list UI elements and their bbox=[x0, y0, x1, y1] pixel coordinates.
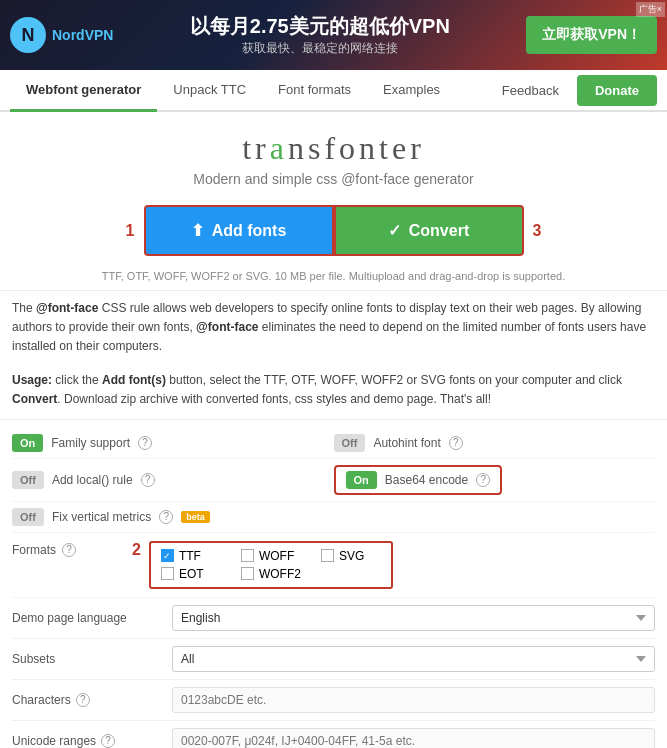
settings-row-3: Off Fix vertical metrics ? beta bbox=[12, 502, 655, 533]
subsets-value: All Latin Cyrillic bbox=[172, 646, 655, 672]
base64-on: On bbox=[346, 471, 377, 489]
nord-logo: N NordVPN bbox=[10, 17, 113, 53]
unicode-ranges-value bbox=[172, 728, 655, 748]
checkbox-woff2[interactable] bbox=[241, 567, 254, 580]
nav-item-examples[interactable]: Examples bbox=[367, 70, 456, 112]
format-svg-label: SVG bbox=[339, 549, 364, 563]
action-label-1: 1 bbox=[126, 222, 135, 240]
characters-input[interactable] bbox=[172, 687, 655, 713]
settings-left-1: On Family support ? bbox=[12, 434, 334, 452]
usage-bold1: Add font(s) bbox=[102, 373, 166, 387]
family-support-help[interactable]: ? bbox=[138, 436, 152, 450]
subsets-select[interactable]: All Latin Cyrillic bbox=[172, 646, 655, 672]
base64-help[interactable]: ? bbox=[476, 473, 490, 487]
demo-language-select[interactable]: English French German Spanish bbox=[172, 605, 655, 631]
fix-vertical-help[interactable]: ? bbox=[159, 510, 173, 524]
characters-label: Characters ? bbox=[12, 693, 172, 707]
family-support-toggle[interactable]: On bbox=[12, 434, 43, 452]
nord-icon: N bbox=[10, 17, 46, 53]
hero-title: transfonter bbox=[10, 130, 657, 167]
hero-section: transfonter Modern and simple css @font-… bbox=[0, 112, 667, 191]
formats-row: Formats ? 2 ✓ TTF WOFF SVG EOT WO bbox=[12, 533, 655, 598]
ad-main-text: 以每月2.75美元的超低价VPN bbox=[113, 13, 526, 40]
settings-right-1: Off Autohint font ? bbox=[334, 434, 656, 452]
formats-label: Formats ? bbox=[12, 541, 132, 557]
nav-feedback[interactable]: Feedback bbox=[488, 73, 573, 108]
characters-help[interactable]: ? bbox=[76, 693, 90, 707]
family-support-on: On bbox=[12, 434, 43, 452]
unicode-ranges-row: Unicode ranges ? bbox=[12, 721, 655, 748]
desc-bold1: @font-face bbox=[36, 301, 98, 315]
format-woff-label: WOFF bbox=[259, 549, 294, 563]
characters-value bbox=[172, 687, 655, 713]
nav-bar: Webfont generator Unpack TTC Font format… bbox=[0, 70, 667, 112]
hero-title-accent: a bbox=[270, 130, 288, 166]
format-eot: EOT bbox=[161, 567, 221, 581]
hero-subtitle: Modern and simple css @font-face generat… bbox=[10, 171, 657, 187]
format-eot-label: EOT bbox=[179, 567, 204, 581]
format-woff2: WOFF2 bbox=[241, 567, 301, 581]
nav-item-fontformats[interactable]: Font formats bbox=[262, 70, 367, 112]
desc-bold2: @font-face bbox=[196, 320, 258, 334]
hero-title-post: nsfonter bbox=[288, 130, 425, 166]
add-fonts-button[interactable]: ⬆ Add fonts bbox=[144, 205, 334, 256]
add-local-label: Add local() rule bbox=[52, 473, 133, 487]
unicode-ranges-label-text: Unicode ranges bbox=[12, 734, 96, 748]
checkbox-ttf[interactable]: ✓ bbox=[161, 549, 174, 562]
ad-cta-button[interactable]: 立即获取VPN！ bbox=[526, 16, 657, 54]
nav-item-webfont[interactable]: Webfont generator bbox=[10, 70, 157, 112]
subsets-label-text: Subsets bbox=[12, 652, 55, 666]
checkbox-svg[interactable] bbox=[321, 549, 334, 562]
subsets-label: Subsets bbox=[12, 652, 172, 666]
checkbox-eot[interactable] bbox=[161, 567, 174, 580]
base64-box: On Base64 encode ? bbox=[334, 465, 503, 495]
autohint-toggle[interactable]: Off bbox=[334, 434, 366, 452]
settings-row-2: Off Add local() rule ? On Base64 encode … bbox=[12, 459, 655, 502]
format-woff: WOFF bbox=[241, 549, 301, 563]
convert-button[interactable]: ✓ Convert bbox=[334, 205, 524, 256]
settings-left-3: Off Fix vertical metrics ? beta bbox=[12, 508, 334, 526]
autohint-label: Autohint font bbox=[373, 436, 440, 450]
action-row: ⬆ Add fonts ✓ Convert bbox=[144, 205, 524, 256]
add-local-toggle[interactable]: Off bbox=[12, 471, 44, 489]
base64-toggle[interactable]: On bbox=[346, 471, 377, 489]
format-svg: SVG bbox=[321, 549, 381, 563]
usage-bold2: Convert bbox=[12, 392, 57, 406]
unicode-ranges-label: Unicode ranges ? bbox=[12, 734, 172, 748]
formats-label-text: Formats bbox=[12, 543, 56, 557]
demo-language-label-text: Demo page language bbox=[12, 611, 127, 625]
description: The @font-face CSS rule allows web devel… bbox=[0, 290, 667, 365]
usage-label: Usage: bbox=[12, 373, 52, 387]
nav-donate[interactable]: Donate bbox=[577, 75, 657, 106]
format-ttf: ✓ TTF bbox=[161, 549, 221, 563]
base64-label: Base64 encode bbox=[385, 473, 468, 487]
format-hint: TTF, OTF, WOFF, WOFF2 or SVG. 10 MB per … bbox=[0, 270, 667, 282]
unicode-ranges-input[interactable] bbox=[172, 728, 655, 748]
demo-language-value: English French German Spanish bbox=[172, 605, 655, 631]
formats-help[interactable]: ? bbox=[62, 543, 76, 557]
nav-item-unpack[interactable]: Unpack TTC bbox=[157, 70, 262, 112]
checkbox-woff[interactable] bbox=[241, 549, 254, 562]
demo-language-row: Demo page language English French German… bbox=[12, 598, 655, 639]
characters-label-text: Characters bbox=[12, 693, 71, 707]
add-fonts-label: Add fonts bbox=[212, 222, 287, 240]
ad-corner[interactable]: 广告× bbox=[636, 2, 665, 17]
formats-box: ✓ TTF WOFF SVG EOT WOFF2 bbox=[149, 541, 393, 589]
add-local-help[interactable]: ? bbox=[141, 473, 155, 487]
fix-vertical-label: Fix vertical metrics bbox=[52, 510, 151, 524]
usage-text1: click the bbox=[52, 373, 102, 387]
autohint-help[interactable]: ? bbox=[449, 436, 463, 450]
format-woff2-label: WOFF2 bbox=[259, 567, 301, 581]
unicode-ranges-help[interactable]: ? bbox=[101, 734, 115, 748]
fix-vertical-toggle[interactable]: Off bbox=[12, 508, 44, 526]
usage-section: Usage: click the Add font(s) button, sel… bbox=[0, 365, 667, 419]
nord-brand: NordVPN bbox=[52, 27, 113, 43]
ad-sub-text: 获取最快、最稳定的网络连接 bbox=[113, 40, 526, 57]
ad-text: 以每月2.75美元的超低价VPN 获取最快、最稳定的网络连接 bbox=[113, 13, 526, 57]
settings-row-1: On Family support ? Off Autohint font ? bbox=[12, 428, 655, 459]
demo-language-label: Demo page language bbox=[12, 611, 172, 625]
characters-row: Characters ? bbox=[12, 680, 655, 721]
family-support-label: Family support bbox=[51, 436, 130, 450]
hero-title-pre: tr bbox=[242, 130, 270, 166]
settings-right-2: On Base64 encode ? bbox=[334, 465, 656, 495]
